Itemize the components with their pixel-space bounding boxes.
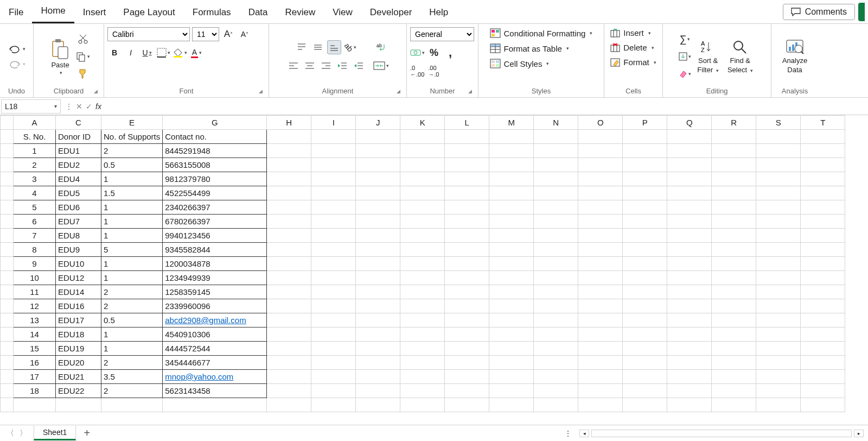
cell[interactable] <box>756 186 801 200</box>
row-header[interactable] <box>1 313 14 327</box>
cell[interactable] <box>534 130 578 144</box>
col-header-T[interactable]: T <box>801 116 845 130</box>
cell[interactable] <box>163 398 267 412</box>
cell[interactable] <box>445 370 489 384</box>
cell[interactable] <box>801 356 845 370</box>
cell[interactable] <box>267 285 311 299</box>
cell[interactable] <box>578 215 623 229</box>
cell[interactable]: 15 <box>14 342 56 356</box>
cell[interactable] <box>534 257 578 271</box>
align-center-button[interactable] <box>303 59 317 73</box>
cell[interactable] <box>534 327 578 342</box>
wrap-text-button[interactable]: ab <box>374 40 388 54</box>
cell[interactable] <box>400 215 445 229</box>
row-header[interactable] <box>1 384 14 398</box>
cell[interactable] <box>489 144 534 158</box>
cell[interactable]: 2 <box>101 384 163 398</box>
cell[interactable] <box>489 285 534 299</box>
cell[interactable] <box>356 172 400 186</box>
cell[interactable] <box>400 257 445 271</box>
menu-file[interactable]: File <box>3 4 32 23</box>
cell[interactable] <box>311 356 356 370</box>
cell[interactable] <box>311 257 356 271</box>
cell[interactable]: 2 <box>101 144 163 158</box>
cell[interactable]: 6 <box>14 215 56 229</box>
cell[interactable] <box>267 200 311 215</box>
cell[interactable] <box>356 370 400 384</box>
cell[interactable]: 1 <box>101 215 163 229</box>
cell[interactable] <box>623 370 667 384</box>
cell[interactable] <box>56 398 101 412</box>
percent-button[interactable]: % <box>427 46 441 60</box>
cell[interactable] <box>489 229 534 243</box>
insert-cells-button[interactable]: Insert▾ <box>608 27 653 39</box>
cell[interactable] <box>445 271 489 285</box>
cancel-formula-button[interactable]: ✕ <box>76 102 82 111</box>
cell[interactable] <box>623 356 667 370</box>
cell[interactable] <box>801 285 845 299</box>
cell[interactable] <box>667 271 712 285</box>
cell[interactable] <box>623 186 667 200</box>
cell[interactable] <box>267 243 311 257</box>
decrease-font-button[interactable]: A˅ <box>238 27 252 41</box>
cell[interactable] <box>489 313 534 327</box>
cell[interactable] <box>667 243 712 257</box>
cell[interactable] <box>534 158 578 172</box>
cell[interactable] <box>623 172 667 186</box>
select-all-corner[interactable] <box>1 116 14 130</box>
cell[interactable] <box>801 229 845 243</box>
fill-color-button[interactable]: ▾ <box>173 46 187 60</box>
cell[interactable] <box>756 243 801 257</box>
cell[interactable] <box>311 384 356 398</box>
cell[interactable] <box>623 313 667 327</box>
cell[interactable] <box>801 327 845 342</box>
cell[interactable] <box>400 271 445 285</box>
cell[interactable] <box>489 398 534 412</box>
cell[interactable]: 3.5 <box>101 370 163 384</box>
cell[interactable]: EDU22 <box>56 384 101 398</box>
cell[interactable] <box>667 257 712 271</box>
comma-button[interactable]: , <box>443 46 457 60</box>
cell[interactable] <box>578 172 623 186</box>
cell[interactable]: EDU5 <box>56 186 101 200</box>
increase-indent-button[interactable] <box>352 59 366 73</box>
cell[interactable] <box>267 172 311 186</box>
cell[interactable] <box>667 130 712 144</box>
cell[interactable] <box>756 271 801 285</box>
cell[interactable]: EDU2 <box>56 158 101 172</box>
cell[interactable] <box>667 229 712 243</box>
formula-input[interactable] <box>106 99 868 114</box>
paste-button[interactable]: Paste▾ <box>47 37 73 77</box>
align-top-button[interactable] <box>295 40 309 54</box>
cell[interactable] <box>801 243 845 257</box>
menu-formulas[interactable]: Formulas <box>184 4 240 23</box>
cell[interactable] <box>267 384 311 398</box>
cell[interactable] <box>356 257 400 271</box>
cell[interactable]: 8 <box>14 243 56 257</box>
cell[interactable] <box>267 257 311 271</box>
cell[interactable] <box>445 172 489 186</box>
find-select-button[interactable]: Find &Select ▾ <box>724 38 756 75</box>
cell[interactable] <box>400 313 445 327</box>
cell[interactable] <box>578 257 623 271</box>
cell[interactable]: 1 <box>101 229 163 243</box>
cell[interactable] <box>801 144 845 158</box>
cell[interactable]: 18 <box>14 384 56 398</box>
number-format-select[interactable]: General <box>410 27 474 41</box>
cell[interactable] <box>311 243 356 257</box>
cell[interactable] <box>356 285 400 299</box>
cell[interactable] <box>578 299 623 313</box>
cell[interactable] <box>623 243 667 257</box>
cell[interactable] <box>400 186 445 200</box>
autosum-button[interactable]: ∑▾ <box>678 32 692 46</box>
cell[interactable] <box>356 327 400 342</box>
cell[interactable] <box>667 384 712 398</box>
cell[interactable] <box>445 186 489 200</box>
increase-decimal-button[interactable]: .0←.00 <box>410 64 424 78</box>
cell[interactable] <box>445 215 489 229</box>
col-header-J[interactable]: J <box>356 116 400 130</box>
clipboard-dialog-launcher[interactable]: ◢ <box>94 89 98 94</box>
cell[interactable] <box>667 200 712 215</box>
cell[interactable] <box>623 130 667 144</box>
redo-button[interactable]: ▾ <box>8 57 25 71</box>
